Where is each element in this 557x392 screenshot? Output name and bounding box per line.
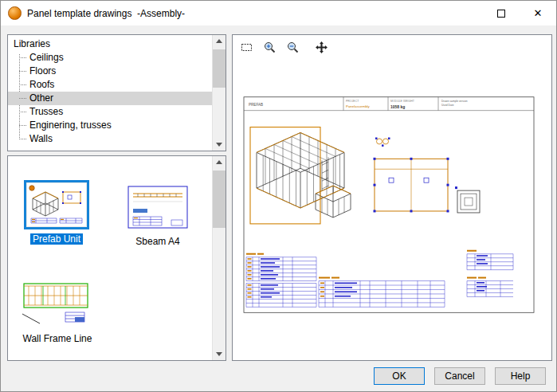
close-icon: ✕ [534,7,543,19]
tree-item-floors[interactable]: Floors [8,65,212,78]
panel-template-dialog: { "window": { "title": "Panel template d… [0,0,557,392]
titleblock-weight-value: 1058 kg [390,104,405,109]
titleblock-project-label: PROJECT [346,100,359,103]
maximize-icon [497,10,505,18]
titleblock-project-value: Panelassembly [346,104,371,108]
pan-icon [315,41,328,54]
titleblock-company: PREFAB [249,103,263,107]
titleblock-weight-label: MODULE WEIGHT [390,100,415,103]
sheet-border [244,97,534,313]
zoom-window-icon [240,41,253,54]
close-button[interactable]: ✕ [520,1,556,25]
tree-item-trusses[interactable]: Trusses [8,105,212,119]
title-bar: Panel template drawings -Assembly- ✕ [1,1,556,25]
preview-canvas[interactable]: PREFAB PROJECT Panelassembly MODULE WEIG… [233,57,551,360]
tree-item-walls[interactable]: Walls [8,132,212,146]
scroll-up-icon[interactable] [213,156,226,170]
template-preview-wall-frame-line [19,277,96,327]
template-thumbnail-prefab-unit[interactable]: Prefab Unit [22,180,91,245]
zoom-out-icon [286,41,300,54]
template-thumbnail-wall-frame-line[interactable]: Wall Frame Line [18,277,97,344]
pan-button[interactable] [312,37,331,57]
tree-item-enginering-trusses[interactable]: Enginering, trusses [8,119,212,132]
templates-scrollbar[interactable] [212,156,226,360]
template-preview-sbeam-a4 [127,185,189,229]
titleblock-meta1: Drawn sample version [441,100,468,103]
assembly-drawing: PREFAB PROJECT Panelassembly MODULE WEIG… [233,57,551,360]
zoom-in-button[interactable] [260,37,279,57]
libraries-scrollbar[interactable] [212,35,226,151]
zoom-window-button[interactable] [237,37,256,57]
app-icon [8,6,22,20]
cancel-button[interactable]: Cancel [434,367,485,385]
scroll-up-icon[interactable] [213,35,226,49]
tree-item-roofs[interactable]: Roofs [8,78,212,92]
maximize-button[interactable] [483,1,520,25]
ok-button[interactable]: OK [374,367,425,385]
template-label: Wall Frame Line [18,333,97,344]
scroll-down-icon[interactable] [213,347,226,360]
window-title: Panel template drawings -Assembly- [27,8,185,19]
template-thumbnail-sbeam-a4[interactable]: Sbeam A4 [126,185,190,247]
scrollbar-thumb[interactable] [213,171,226,228]
scroll-down-icon[interactable] [213,137,226,151]
template-label: Prefab Unit [22,233,91,245]
zoom-in-icon [263,41,277,54]
template-preview-prefab-unit [24,180,89,229]
libraries-tree: Libraries Ceilings Floors Roofs Other Tr… [8,35,212,146]
scrollbar-thumb[interactable] [213,49,226,88]
zoom-out-button[interactable] [283,37,302,57]
preview-panel: PREFAB PROJECT Panelassembly MODULE WEIG… [232,34,552,361]
preview-toolbar [237,37,331,57]
libraries-panel: Libraries Ceilings Floors Roofs Other Tr… [7,34,226,151]
tree-item-ceilings[interactable]: Ceilings [8,51,212,65]
template-label: Sbeam A4 [126,236,190,247]
templates-panel: Prefab Unit Sbeam A4 [7,155,226,361]
tree-item-other[interactable]: Other [8,92,212,105]
help-button[interactable]: Help [495,367,546,385]
tree-root-libraries[interactable]: Libraries [8,37,212,51]
titleblock-meta2: Used Date [441,104,454,107]
